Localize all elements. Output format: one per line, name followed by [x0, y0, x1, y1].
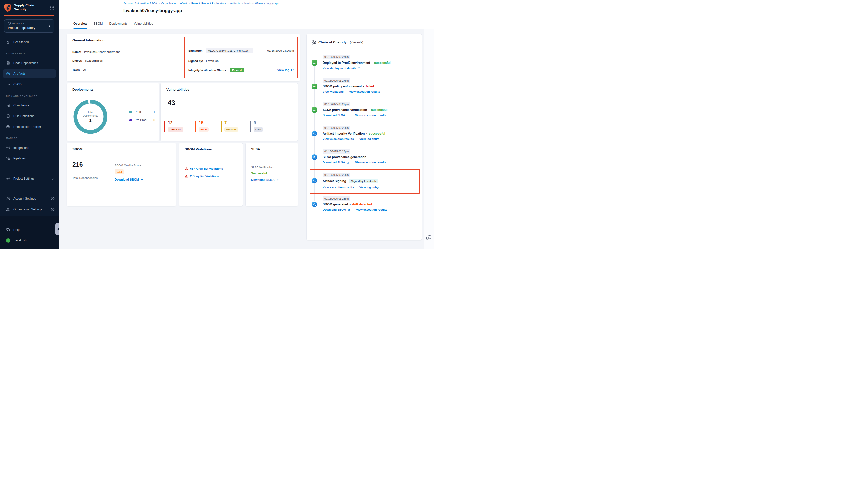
sidebar-item-user[interactable]: L Lavakush [0, 236, 58, 245]
sidebar-item-label: Pipelines [13, 157, 26, 160]
ssca-scan-icon [312, 178, 317, 184]
tab-overview[interactable]: Overview [73, 18, 87, 29]
external-link-icon [358, 67, 361, 70]
sidebar-item-rule-definitions[interactable]: Rule Definitions [0, 112, 58, 120]
view-log-row: View log [277, 68, 294, 72]
sidebar-item-pipelines[interactable]: Pipelines [0, 154, 58, 163]
card-title: SBOM [72, 147, 83, 151]
download-sbom-link[interactable]: Download SBOM [323, 208, 351, 211]
field-label: Name: [72, 51, 81, 54]
slsa-verification-label: SLSA Verification [251, 166, 273, 169]
download-sbom-link[interactable]: Download SBOM [114, 178, 144, 182]
event-timestamp: 01/16/2025 03:27pm [323, 78, 350, 83]
view-log-entry-link[interactable]: View log entry [360, 185, 379, 188]
scan-icon [313, 132, 316, 135]
view-execution-results-link[interactable]: View execution results [356, 208, 387, 211]
sidebar-item-label: Get Started [13, 40, 29, 44]
breadcrumb-item-account[interactable]: Account: Automation-SSCA [123, 2, 157, 5]
project-cube-icon [8, 22, 11, 25]
signature-value[interactable]: MEQCICde2VjIT...bL+2+mqnOXw== [206, 48, 253, 53]
sidebar-item-artifacts[interactable]: Artifacts [2, 69, 56, 78]
card-title: Deployments [72, 88, 94, 91]
breadcrumb: Account: Automation-SSCA›Organization: d… [123, 2, 279, 5]
clipboard-icon [6, 114, 10, 118]
sidebar-item-compliance[interactable]: Compliance [0, 101, 58, 110]
custody-event-artifact-signing: 01/16/2025 03:26pmArtifact SigningSigned… [312, 172, 418, 188]
download-slsa-link[interactable]: Download SLSA [323, 114, 350, 117]
project-selector-label: PROJECT [12, 22, 25, 25]
event-title: Deployed to Prod2 environment [323, 61, 370, 65]
field-value: v5 [83, 68, 86, 71]
support-chat-icon[interactable] [426, 235, 432, 241]
download-icon [347, 114, 350, 117]
breadcrumb-item-organization[interactable]: Organization: default [162, 2, 187, 5]
card-title: SBOM Violations [185, 147, 212, 151]
breadcrumb-item-project[interactable]: Project: Product Exploratory [191, 2, 226, 5]
repo-icon [6, 61, 10, 65]
sidebar-item-organization-settings[interactable]: Organization Settings [0, 205, 58, 214]
sidebar-header: Supply Chain Security [0, 0, 58, 15]
2-deny-list-violations-link[interactable]: 2 Deny list Violations [190, 175, 219, 178]
external-link-icon [291, 69, 294, 72]
download-slsa-link[interactable]: Download SLSA [251, 178, 279, 182]
event-title: Artifact Signing [323, 180, 346, 183]
layers-icon [6, 197, 10, 201]
chevron-right-icon [48, 24, 52, 28]
view-violations-link[interactable]: View violations [323, 90, 344, 93]
view-execution-results-link[interactable]: View execution results [323, 137, 354, 140]
sidebar-item-ci-cd[interactable]: CI/CD [0, 80, 58, 89]
field-label: Tags: [72, 68, 80, 71]
severity-breakdown: 12CRITICAL15HIGH7MEDIUM9LOW [164, 121, 263, 131]
scan-icon [313, 203, 316, 206]
severity-count: 9 [254, 121, 263, 126]
view-execution-results-link[interactable]: View execution results [323, 185, 354, 188]
view-log-entry-link[interactable]: View log entry [360, 137, 379, 140]
event-status: successful [374, 61, 391, 65]
scan-icon [313, 156, 316, 159]
view-execution-results-link[interactable]: View execution results [355, 114, 386, 117]
severity-badge: CRITICAL [168, 127, 183, 131]
sidebar-item-label: Rule Definitions [13, 114, 34, 118]
nodes-icon [6, 146, 10, 150]
vulnerabilities-card: Vulnerabilities 43 12CRITICAL15HIGH7MEDI… [160, 83, 298, 141]
sidebar-item-code-repositories[interactable]: Code Repositories [0, 59, 58, 67]
signature-label: Signature: [188, 49, 203, 52]
sidebar-item-get-started[interactable]: Get Started [0, 38, 58, 46]
ssca-scan-icon [312, 201, 317, 207]
sidebar-item-help[interactable]: Help [0, 226, 58, 234]
sidebar-footer: Help L Lavakush [0, 216, 58, 248]
view-deployment-details-link[interactable]: View deployment details [323, 67, 361, 70]
view-log-link[interactable]: View log [277, 68, 294, 72]
vulnerabilities-total: 43 [168, 99, 175, 107]
sidebar-item-label: CI/CD [13, 83, 22, 86]
card-title: Vulnerabilities [166, 88, 190, 91]
info-icon[interactable] [51, 208, 55, 211]
sidebar-item-project-settings[interactable]: Project Settings [0, 174, 58, 183]
brand-accent-line [4, 15, 54, 16]
sidebar-section-supply-chain: SUPPLY CHAIN [6, 53, 26, 55]
breadcrumb-separator: › [242, 2, 243, 5]
supply-chain-security-logo-icon [4, 3, 12, 12]
tab-vulnerabilities[interactable]: Vulnerabilities [134, 18, 153, 29]
sidebar-item-remediation-tracker[interactable]: Remediation Tracker [0, 123, 58, 131]
gear-icon [6, 177, 10, 181]
sidebar-item-label: Integrations [13, 146, 29, 150]
project-selector[interactable]: PROJECT Product Exploratory [4, 19, 54, 33]
sidebar-item-integrations[interactable]: Integrations [0, 144, 58, 152]
deployments-legend: Prod1Pre Prod0 [129, 110, 155, 127]
module-grid-icon[interactable] [50, 5, 55, 10]
tab-deployments[interactable]: Deployments [109, 18, 127, 29]
view-execution-results-link[interactable]: View execution results [355, 161, 386, 164]
event-timestamp: 01/16/2025 03:26pm [323, 173, 350, 177]
sidebar-item-account-settings[interactable]: Account Settings [0, 194, 58, 203]
tab-sbom[interactable]: SBOM [94, 18, 103, 29]
breadcrumb-item-artifacts[interactable]: Artifacts [230, 2, 240, 5]
download-slsa-link[interactable]: Download SLSA [323, 161, 350, 164]
sidebar-collapse-handle[interactable] [55, 223, 58, 236]
view-execution-results-link[interactable]: View execution results [349, 90, 380, 93]
download-icon [276, 179, 279, 182]
info-icon[interactable] [51, 197, 55, 200]
637-allow-list-violations-link[interactable]: 637 Allow list Violations [190, 167, 223, 170]
breadcrumb-item-lavakush07-easy-buggy-app[interactable]: lavakush07/easy-buggy-app [244, 2, 279, 5]
sidebar-item-label: Artifacts [13, 72, 26, 75]
